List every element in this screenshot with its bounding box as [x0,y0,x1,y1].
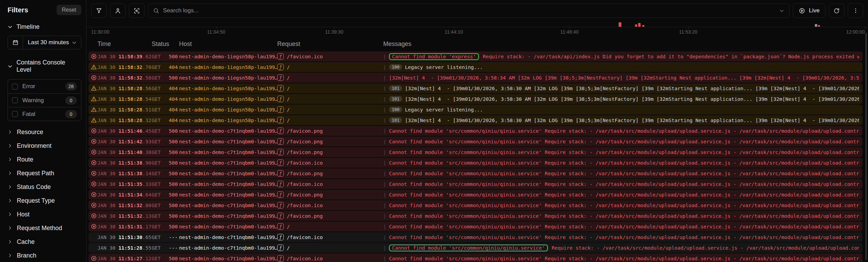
more-options-button[interactable] [848,3,863,18]
chevron-right-icon [8,171,12,176]
message-divider: | [383,86,386,91]
log-volume-timeline[interactable]: 11:30:0011:34:5011:39:3011:44:1011:48:40… [86,21,868,36]
log-row[interactable]: JAN 30 11:51:32.80 GET 500 nest-admin-de… [89,200,863,210]
message-divider: | [383,224,386,229]
raw-logs-toggle-button[interactable] [129,3,144,18]
log-request: ƒ/ [277,96,383,102]
collapsed-filter-section[interactable]: Route [8,153,81,166]
collapsed-filter-section[interactable]: Request Path [8,166,81,180]
vertical-scrollbar[interactable] [865,33,867,260]
log-method: GET [152,54,169,59]
log-message: |Cannot find module 'express'Require sta… [383,53,859,60]
timeline-histogram-bar [635,24,637,27]
console-level-option[interactable]: Error 28 [8,80,81,93]
message-count-badge: 101 [389,117,402,123]
chevron-right-icon [8,157,12,162]
warning-icon [91,96,97,102]
collapsed-filter-section[interactable]: Status Code [8,180,81,194]
log-row[interactable]: JAN 30 11:51:46.45 GET 500 nest-admin-de… [89,126,863,136]
live-button[interactable]: Live [793,3,825,18]
collapsed-filter-section[interactable]: Cache [8,235,81,249]
log-host: nest-admin-demo-c7t1nqbm0-lau199… [179,203,277,208]
chevron-down-icon [8,24,13,29]
log-host: nest-admin-demo-c7t1nqbm0-lau199… [179,128,277,134]
log-request-path: /favicon.ico [287,160,323,166]
collapsed-filter-section[interactable]: Host [8,207,81,221]
chevron-right-icon [8,130,12,134]
timeline-section-toggle[interactable]: Timeline [8,23,81,31]
error-icon [91,128,97,134]
log-row[interactable]: JAN 30 11:51:28.55 GET --- nest-admin-de… [89,243,863,253]
log-request: ƒ/favicon.ico [277,53,383,60]
search-input[interactable] [163,7,775,14]
log-row[interactable]: JAN 30 11:51:38.14 GET 500 nest-admin-de… [89,168,863,178]
search-chevron-down-icon[interactable] [779,8,784,13]
log-status-code: --- [169,245,179,251]
log-row[interactable]: JAN 30 11:58:28.32 GET 404 nest-admin-de… [89,115,863,125]
timeline-range-select[interactable]: Last 30 minutes [8,36,81,49]
log-method: GET [152,171,169,176]
collapsed-filter-section[interactable]: Resource [8,125,81,139]
console-level-option[interactable]: Warning 0 [8,93,81,107]
message-divider: | [383,192,386,198]
log-host: nest-admin-demo-c7t1nqbm0-lau199… [179,224,277,229]
console-level-option[interactable]: Fatal 0 [8,107,81,121]
log-request-path: / [287,96,290,102]
console-level-label: Error [22,83,61,90]
message-divider: | [383,64,386,70]
log-row[interactable]: JAN 30 11:51:35.33 GET 500 nest-admin-de… [89,179,863,189]
message-divider: | [383,235,386,240]
collapsed-filter-section[interactable]: Request Method [8,221,81,235]
log-host: nest-admin-demo-c7t1nqbm0-lau199… [179,235,277,240]
timeline-tick [570,27,570,29]
collapsed-filter-label: Branch [17,252,36,259]
log-status-code: --- [169,235,179,240]
log-host: nest-admin-demo-1iegsn58p-lau199… [179,86,277,91]
message-divider: | [383,171,386,176]
log-row[interactable]: JAN 30 11:58:28.54 GET 404 nest-admin-de… [89,94,863,104]
log-row[interactable]: JAN 30 11:58:28.56 GET 404 nest-admin-de… [89,83,863,93]
timeline-tick [454,27,454,29]
error-icon [91,75,97,81]
console-level-filter-group: Error 28 Warning 0 Fatal 0 [8,79,81,121]
checkbox[interactable] [12,111,18,117]
error-icon [91,170,97,176]
refresh-icon [833,8,840,14]
log-status-code: 404 [169,107,179,112]
refresh-button[interactable] [829,3,844,18]
collapsed-filter-section[interactable]: Request Type [8,194,81,207]
log-status-code: 404 [169,118,179,123]
log-row[interactable]: JAN 30 11:51:30.65 GET --- nest-admin-de… [89,232,863,242]
kebab-menu-icon [853,8,859,14]
log-row[interactable]: JAN 30 11:51:38.90 GET 500 nest-admin-de… [89,158,863,168]
log-row[interactable]: JAN 30 11:51:27.12 GET 500 nest-admin-de… [89,253,863,262]
chevron-right-icon [8,239,12,244]
log-message: |Cannot find module 'src/common/qiniu/qi… [383,128,859,134]
log-message: |101[32m[Nest] 4 - [39m01/30/2026, 3:58:… [383,96,859,102]
log-row[interactable]: JAN 30 11:58:32.70 GET 404 nest-admin-de… [89,62,863,72]
reset-filters-button[interactable]: Reset [57,5,81,15]
log-row[interactable]: JAN 30 11:58:32.58 GET 500 nest-admin-de… [89,73,863,83]
function-icon: ƒ [277,234,284,240]
search-icon [153,8,159,14]
log-row[interactable]: JAN 30 11:51:40.38 GET 500 nest-admin-de… [89,147,863,157]
log-row[interactable]: JAN 30 11:51:32.13 GET 500 nest-admin-de… [89,211,863,221]
collapsed-filter-section[interactable]: Branch [8,249,81,262]
log-row[interactable]: JAN 30 11:51:42.93 GET 500 nest-admin-de… [89,136,863,146]
collapsed-filter-label: Host [17,211,30,218]
log-row[interactable]: JAN 30 11:51:31.17 GET 500 nest-admin-de… [89,222,863,231]
message-divider: | [383,75,386,81]
calendar-icon[interactable] [8,36,23,49]
log-message: |Cannot find module 'src/common/qiniu/qi… [383,224,859,229]
user-filter-button[interactable] [110,3,126,18]
collapsed-filter-section[interactable]: Environment [8,139,81,153]
filter-toggle-button[interactable] [91,3,107,18]
log-row[interactable]: JAN 30 11:58:28.51 GET 404 nest-admin-de… [89,105,863,115]
console-level-section-toggle[interactable]: Contains Console Level [8,59,81,73]
log-row[interactable]: JAN 30 11:58:39.62 GET 500 nest-admin-de… [89,51,863,61]
checkbox[interactable] [12,97,18,103]
log-row[interactable]: JAN 30 11:51:34.64 GET 500 nest-admin-de… [89,190,863,200]
timeline-tick-label: 11:30:00 [91,29,109,35]
checkbox[interactable] [12,84,18,90]
log-time: JAN 30 11:58:39.62 [97,54,152,59]
